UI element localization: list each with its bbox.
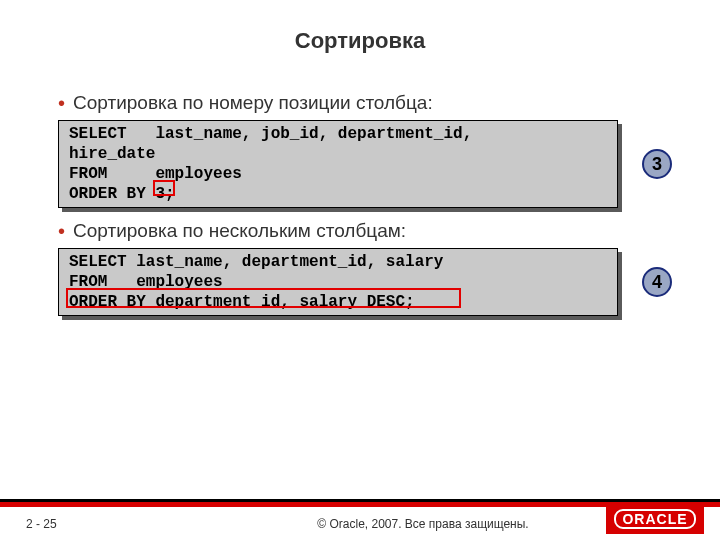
page-number: 2 - 25: [26, 517, 146, 531]
bullet-dot-icon: •: [58, 220, 65, 242]
bullet-dot-icon: •: [58, 92, 65, 114]
bullet-text: Сортировка по нескольким столбцам:: [73, 220, 406, 242]
sql-code-block: SELECT last_name, job_id, department_id,…: [58, 120, 618, 208]
oracle-logo: ORACLE: [606, 504, 704, 534]
code-example-2: SELECT last_name, department_id, salary …: [58, 248, 662, 316]
bullet-text: Сортировка по номеру позиции столбца:: [73, 92, 433, 114]
oracle-logo-text: ORACLE: [614, 509, 695, 529]
slide-content: • Сортировка по номеру позиции столбца: …: [0, 92, 720, 316]
code-example-1: SELECT last_name, job_id, department_id,…: [58, 120, 662, 208]
step-badge: 3: [642, 149, 672, 179]
highlight-box-icon: [153, 180, 175, 196]
bullet-item: • Сортировка по нескольким столбцам:: [58, 220, 662, 242]
highlight-box-icon: [66, 288, 461, 308]
bullet-item: • Сортировка по номеру позиции столбца:: [58, 92, 662, 114]
slide-title: Сортировка: [0, 0, 720, 92]
step-badge: 4: [642, 267, 672, 297]
